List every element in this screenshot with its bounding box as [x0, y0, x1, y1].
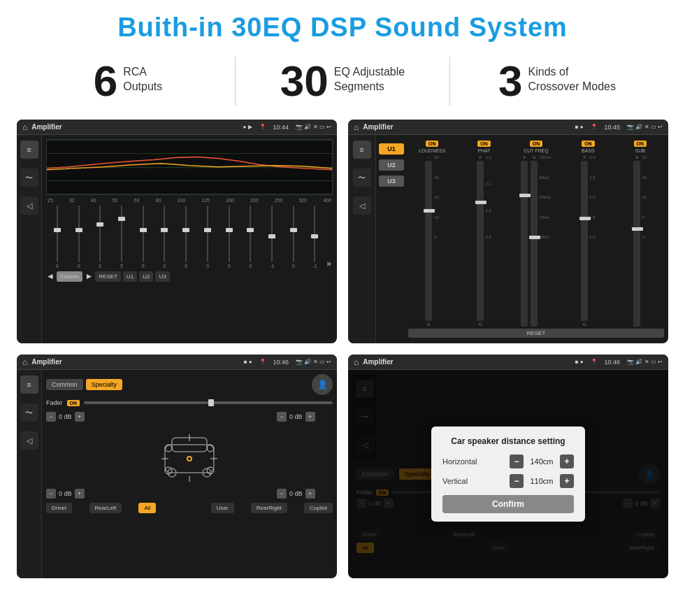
cutfreq-slider2[interactable]: G — [531, 155, 538, 327]
eq-val: 0 — [185, 264, 187, 268]
settings-icon-btn[interactable]: 👤 — [312, 374, 333, 395]
sub-slider[interactable]: G — [633, 155, 640, 327]
eq-slider-2[interactable]: 0 — [90, 206, 110, 268]
eq-val: 0 — [206, 264, 209, 268]
stat-eq-label: EQ AdjustableSegments — [334, 59, 405, 94]
screen-speaker: ⌂ Amplifier ■ ● 📍 10:46 📷 🔊 ✕ ▭ ↩ ≡ 〜 ◁ … — [17, 354, 337, 578]
bass-on[interactable]: ON — [582, 141, 595, 147]
vertical-controls: − 110cm + — [510, 474, 574, 488]
loudness-slider-1[interactable]: ~ G — [425, 155, 432, 327]
sub-on[interactable]: ON — [634, 141, 647, 147]
fader-slider[interactable] — [84, 401, 333, 404]
eq-slider-4[interactable]: 0 — [134, 206, 153, 268]
screen4-topbar: ⌂ Amplifier ■ ● 📍 10:46 📷 🔊 ✕ ▭ ↩ — [348, 354, 668, 370]
spk-plus-btn[interactable]: + — [75, 412, 85, 422]
freq-label: 63 — [134, 198, 140, 203]
sidebar-wave-btn-3[interactable]: 〜 — [20, 403, 38, 422]
eq-slider-0[interactable]: 0 — [48, 206, 67, 268]
cutfreq-slider1[interactable]: F — [521, 155, 528, 327]
eq-slider-10[interactable]: -1 — [262, 206, 282, 268]
screen3-content: Common Specialty 👤 Fader ON — [42, 370, 337, 578]
sidebar-wave-btn-2[interactable]: 〜 — [353, 169, 371, 187]
play-prev-btn[interactable]: ◄ — [46, 271, 55, 282]
eq-slider-3[interactable]: 5 — [112, 206, 131, 268]
channel-sub: ON SUB G — [616, 141, 664, 327]
phat-slider[interactable]: F G — [477, 155, 484, 327]
eq-slider-5[interactable]: 0 — [155, 206, 175, 268]
horizontal-minus-btn[interactable]: − — [510, 454, 524, 468]
sidebar-speaker-btn-3[interactable]: ◁ — [20, 431, 38, 450]
eq-val: 0 — [99, 264, 101, 268]
sidebar-eq-btn-3[interactable]: ≡ — [20, 375, 38, 394]
eq-slider-11[interactable]: 0 — [284, 206, 303, 268]
pos-all[interactable]: All — [138, 503, 156, 513]
confirm-button[interactable]: Confirm — [442, 495, 574, 513]
screen1-body: ≡ 〜 ◁ — [17, 135, 337, 343]
eq-slider-1[interactable]: 0 — [69, 206, 89, 268]
channel-cutfreq: ON CUT FREQ F — [512, 141, 560, 327]
speaker-layout: − 0 dB + − 0 dB + — [46, 412, 333, 499]
amp-channel-sliders: ON LOUDNESS ~ G — [408, 141, 664, 327]
spk-plus-lb[interactable]: + — [75, 489, 85, 499]
loudness-sliders: ~ G 644832160 — [425, 155, 439, 327]
sidebar-eq-btn[interactable]: ≡ — [20, 141, 38, 159]
spk-plus-rb[interactable]: + — [305, 489, 315, 499]
fader-on-badge[interactable]: ON — [67, 400, 80, 406]
pos-driver[interactable]: Driver — [46, 503, 72, 513]
screen2-loc: 📍 — [591, 124, 598, 130]
eq-track — [271, 206, 273, 262]
spk-plus-btn-rt[interactable]: + — [305, 412, 315, 422]
spk-minus-lb[interactable]: − — [46, 489, 56, 499]
eq-expand-btn[interactable]: » — [326, 259, 331, 268]
screen4-status-icons: 📷 🔊 ✕ ▭ ↩ — [627, 359, 663, 365]
play-next-btn[interactable]: ► — [85, 271, 93, 282]
tab-specialty[interactable]: Specialty — [86, 379, 123, 390]
eq-reset-btn[interactable]: RESET — [95, 271, 121, 282]
home-icon-3[interactable]: ⌂ — [22, 357, 27, 367]
eq-slider-7[interactable]: 0 — [198, 206, 217, 268]
spk-minus-btn[interactable]: − — [46, 412, 56, 422]
pos-rearright[interactable]: RearRight — [251, 503, 287, 513]
eq-slider-12[interactable]: -1 — [305, 206, 325, 268]
sidebar-eq-btn-2[interactable]: ≡ — [353, 141, 371, 159]
eq-preset-custom[interactable]: Custom — [57, 271, 83, 282]
bass-slider[interactable]: F G — [581, 155, 588, 327]
amp-reset-btn[interactable]: RESET — [408, 329, 664, 338]
eq-slider-6[interactable]: 0 — [176, 206, 196, 268]
eq-freq-labels: 25 32 40 50 63 80 100 125 160 200 250 32… — [46, 198, 333, 203]
vertical-minus-btn[interactable]: − — [510, 474, 524, 488]
channel-bass: ON BASS F G — [564, 141, 612, 327]
home-icon-2[interactable]: ⌂ — [354, 122, 359, 132]
phat-on[interactable]: ON — [477, 141, 491, 147]
amp-preset-u1[interactable]: U1 — [379, 143, 404, 155]
screen4-body: ≡ 〜 ◁ Common Specialty 👤 Fader — [348, 370, 668, 578]
eq-slider-9[interactable]: 0 — [240, 206, 260, 268]
tab-common[interactable]: Common — [46, 379, 83, 390]
screen2-body: ≡ 〜 ◁ U1 U2 U3 — [348, 135, 668, 343]
spk-minus-rb[interactable]: − — [277, 489, 287, 499]
vertical-label: Vertical — [442, 477, 491, 485]
pos-user[interactable]: User — [211, 503, 234, 513]
sub-scale: 20151050 — [642, 155, 647, 239]
eq-u1-btn[interactable]: U1 — [123, 271, 137, 282]
sidebar-speaker-btn-2[interactable]: ◁ — [353, 196, 371, 215]
vertical-plus-btn[interactable]: + — [560, 474, 574, 488]
home-icon-4[interactable]: ⌂ — [354, 357, 359, 367]
amp-preset-u2[interactable]: U2 — [379, 159, 404, 171]
horizontal-plus-btn[interactable]: + — [560, 454, 574, 468]
cutfreq-on[interactable]: ON — [530, 141, 543, 147]
amp-preset-u3[interactable]: U3 — [379, 176, 404, 187]
pos-copilot[interactable]: Copilot — [304, 503, 333, 513]
loudness-on[interactable]: ON — [426, 141, 439, 147]
sidebar-speaker-btn[interactable]: ◁ — [20, 196, 38, 215]
eq-u2-btn[interactable]: U2 — [139, 271, 153, 282]
eq-u3-btn[interactable]: U3 — [155, 271, 169, 282]
sidebar-wave-btn[interactable]: 〜 — [20, 169, 38, 187]
eq-val: 0 — [228, 264, 231, 268]
eq-val: 0 — [78, 264, 80, 268]
home-icon[interactable]: ⌂ — [22, 122, 27, 132]
spk-minus-btn-rt[interactable]: − — [277, 412, 287, 422]
pos-rearleft[interactable]: RearLeft — [89, 503, 122, 513]
eq-val: 0 — [164, 264, 166, 268]
eq-slider-8[interactable]: 0 — [219, 206, 239, 268]
